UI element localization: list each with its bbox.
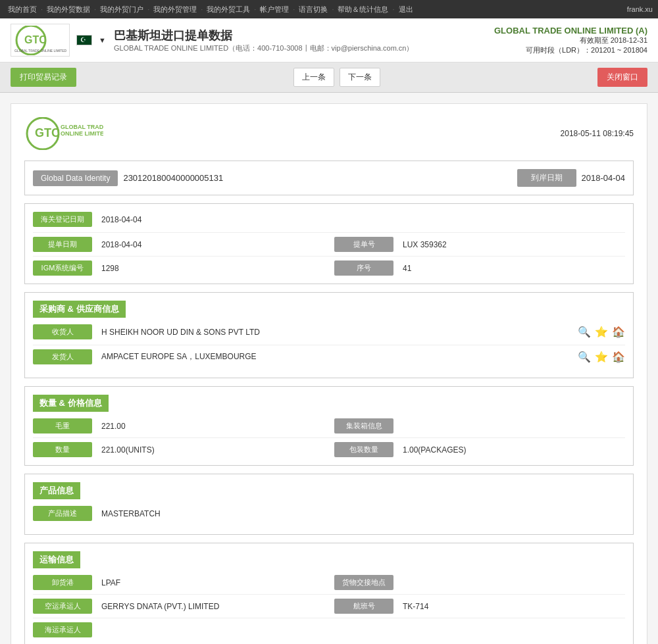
discharge-delivery-row: 卸货港 LPAF 货物交接地点 [33, 575, 625, 590]
nav-home[interactable]: 我的首页 [8, 5, 37, 14]
shipper-label: 发货人 [33, 349, 92, 364]
air-carrier-label: 空运承运人 [33, 599, 92, 614]
nav-sep-5: · [254, 5, 256, 13]
main-content: GTC GLOBAL TRADE ONLINE LIMITED 2018-05-… [0, 93, 658, 644]
nav-logout[interactable]: 退出 [399, 5, 413, 14]
gross-container-row: 毛重 221.00 集装箱信息 [33, 418, 625, 433]
nav-tools[interactable]: 我的外贸工具 [207, 5, 250, 14]
consignee-value: H SHEIKH NOOR UD DIN & SONS PVT LTD [97, 326, 572, 339]
pkg-label: 包装数量 [334, 442, 393, 457]
ldr-range: 可用时段（LDR）：201201 ~ 201804 [494, 45, 647, 55]
transport-section: 运输信息 卸货港 LPAF 货物交接地点 空运承运人 GERRYS DNATA … [24, 543, 634, 644]
customs-date-label: 海关登记日期 [33, 212, 92, 227]
doc-timestamp: 2018-05-11 08:19:45 [561, 129, 634, 138]
pkg-col: 包装数量 1.00(PACKAGES) [334, 442, 625, 457]
gross-label: 毛重 [33, 418, 92, 433]
shipper-row: 发货人 AMPACET EUROPE SA，LUXEMBOURGE 🔍 ⭐ 🏠 [33, 349, 625, 364]
consignee-search-icon[interactable]: 🔍 [578, 326, 591, 338]
igm-seq-row: IGM系统编号 1298 序号 41 [33, 260, 625, 276]
product-desc-label: 产品描述 [33, 506, 92, 521]
discharge-label: 卸货港 [33, 575, 92, 590]
gross-value: 221.00 [97, 420, 324, 433]
sea-carrier-row: 海运承运人 [33, 622, 625, 637]
shipper-actions: 🔍 ⭐ 🏠 [578, 351, 625, 363]
supplier-section-header: 采购商 & 供应商信息 [33, 301, 126, 318]
delivery-col: 货物交接地点 [334, 575, 625, 590]
bill-no-col: 提单号 LUX 359362 [334, 237, 625, 252]
nav-data[interactable]: 我的外贸数据 [47, 5, 90, 14]
container-col: 集装箱信息 [334, 418, 625, 433]
company-logo: GTC GLOBAL TRADE ONLINE LIMITED [11, 24, 70, 57]
igm-col: IGM系统编号 1298 [33, 260, 324, 276]
pkg-value: 1.00(PACKAGES) [399, 443, 625, 457]
identity-label: Global Data Identity [33, 170, 118, 186]
product-desc-row: 产品描述 MASTERBATCH [33, 506, 625, 521]
igm-label: IGM系统编号 [33, 260, 92, 276]
nav-sep-7: · [332, 5, 334, 13]
nav-sep-3: · [147, 5, 149, 13]
quantity-section-header: 数量 & 价格信息 [33, 395, 109, 412]
shipper-search-icon[interactable]: 🔍 [578, 351, 591, 363]
qty-value: 221.00(UNITS) [97, 443, 324, 457]
vessel-col: 航班号 TK-714 [334, 599, 625, 614]
pakistan-flag [76, 35, 92, 45]
print-button-top[interactable]: 打印贸易记录 [11, 68, 76, 87]
bill-no-value: LUX 359362 [399, 238, 625, 251]
gross-col: 毛重 221.00 [33, 418, 324, 433]
air-carrier-value: GERRYS DNATA (PVT.) LIMITED [97, 600, 324, 613]
product-section-header: 产品信息 [33, 482, 80, 499]
svg-text:ONLINE LIMITED: ONLINE LIMITED [61, 130, 103, 137]
air-carrier-col: 空运承运人 GERRYS DNATA (PVT.) LIMITED [33, 599, 324, 614]
nav-sep-8: · [392, 5, 394, 13]
qty-label: 数量 [33, 442, 92, 457]
svg-text:GTC: GTC [24, 34, 47, 45]
nav-sep-1: · [41, 5, 43, 13]
qty-col: 数量 221.00(UNITS) [33, 442, 324, 457]
nav-help[interactable]: 帮助＆统计信息 [338, 5, 388, 14]
shipper-value: AMPACET EUROPE SA，LUXEMBOURGE [97, 349, 572, 364]
document-container: GTC GLOBAL TRADE ONLINE LIMITED 2018-05-… [11, 103, 647, 644]
logo-area: GTC GLOBAL TRADE ONLINE LIMITED ▼ 巴基斯坦进口… [11, 24, 413, 57]
product-section: 产品信息 产品描述 MASTERBATCH [24, 474, 634, 535]
seq-label: 序号 [334, 260, 393, 276]
close-button-top[interactable]: 关闭窗口 [597, 68, 647, 87]
doc-logo: GTC GLOBAL TRADE ONLINE LIMITED [24, 117, 103, 150]
transport-section-header: 运输信息 [33, 551, 80, 568]
identity-row: Global Data Identity 2301201800400000051… [33, 169, 625, 187]
consignee-star-icon[interactable]: ⭐ [595, 326, 608, 338]
igm-value: 1298 [97, 262, 324, 275]
flag-dropdown-icon[interactable]: ▼ [99, 36, 106, 44]
seq-value: 41 [399, 262, 625, 275]
top-navigation: 我的首页 · 我的外贸数据 · 我的外贸门户 · 我的外贸管理 · 我的外贸工具… [0, 0, 658, 18]
consignee-home-icon[interactable]: 🏠 [612, 326, 625, 338]
delivery-value [399, 581, 625, 585]
nav-mgmt[interactable]: 我的外贸管理 [153, 5, 197, 14]
validity-date: 有效期至 2018-12-31 [494, 36, 647, 45]
shipper-home-icon[interactable]: 🏠 [612, 351, 625, 363]
nav-account[interactable]: 帐户管理 [260, 5, 289, 14]
bill-date-bill-no-row: 提单日期 2018-04-04 提单号 LUX 359362 [33, 237, 625, 252]
nav-sep-2: · [94, 5, 96, 13]
shipper-star-icon[interactable]: ⭐ [595, 351, 608, 363]
vessel-label: 航班号 [334, 599, 393, 614]
header-right: GLOBAL TRADE ONLINE LIMITED (A) 有效期至 201… [494, 26, 647, 55]
prev-button-top[interactable]: 上一条 [293, 68, 334, 87]
bill-date-value: 2018-04-04 [97, 238, 324, 251]
bill-date-label: 提单日期 [33, 237, 92, 252]
nav-lang[interactable]: 语言切换 [299, 5, 328, 14]
next-button-top[interactable]: 下一条 [340, 68, 380, 87]
supplier-section: 采购商 & 供应商信息 收货人 H SHEIKH NOOR UD DIN & S… [24, 292, 634, 378]
consignee-actions: 🔍 ⭐ 🏠 [578, 326, 625, 338]
nav-sep-4: · [201, 5, 203, 13]
seq-col: 序号 41 [334, 260, 625, 276]
delivery-label: 货物交接地点 [334, 575, 393, 590]
nav-portal[interactable]: 我的外贸门户 [100, 5, 143, 14]
page-title: 巴基斯坦进口提单数据 [114, 28, 414, 43]
page-header: GTC GLOBAL TRADE ONLINE LIMITED ▼ 巴基斯坦进口… [0, 18, 658, 62]
sea-carrier-label: 海运承运人 [33, 622, 92, 637]
identity-section: Global Data Identity 2301201800400000051… [24, 161, 634, 195]
sea-carrier-value [97, 628, 625, 632]
company-contact: GLOBAL TRADE ONLINE LIMITED（电话：400-710-3… [114, 44, 414, 52]
air-carrier-vessel-row: 空运承运人 GERRYS DNATA (PVT.) LIMITED 航班号 TK… [33, 599, 625, 614]
arrival-date-value: 2018-04-04 [582, 173, 626, 183]
